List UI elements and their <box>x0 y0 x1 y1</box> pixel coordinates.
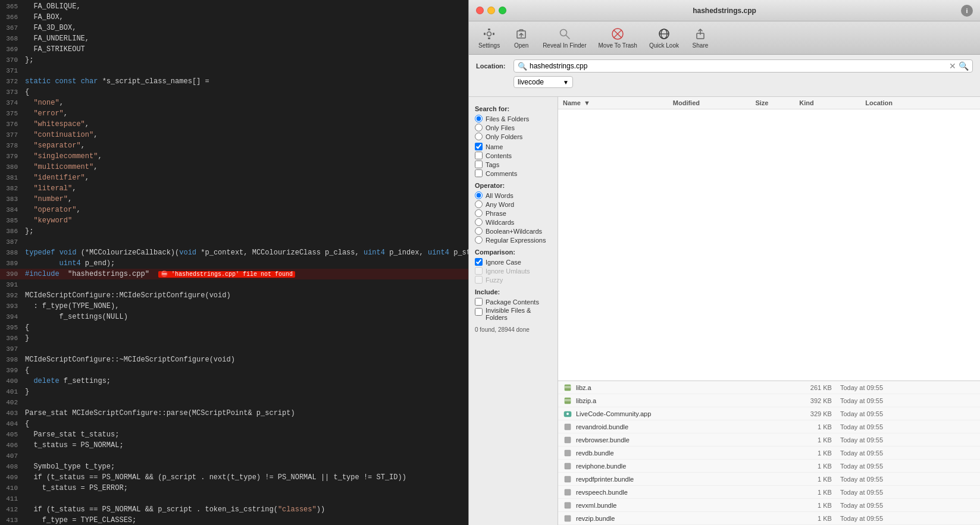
toolbar: Settings Open Reveal In Finder <box>469 21 980 55</box>
comparison-title: Comparison: <box>475 249 552 256</box>
minimize-button[interactable] <box>487 7 495 14</box>
move-to-trash-button[interactable]: Move To Trash <box>594 24 642 51</box>
line-number: 411 <box>0 493 23 504</box>
code-line: 367 FA_3D_BOX, <box>0 23 468 33</box>
line-number: 386 <box>0 226 23 237</box>
maximize-button[interactable] <box>499 7 506 14</box>
close-button[interactable] <box>476 7 484 14</box>
filter-wildcards[interactable]: Wildcards <box>475 218 552 226</box>
col-header-kind[interactable]: Kind <box>799 99 865 106</box>
file-date: Today at 09:55 <box>840 436 975 444</box>
finder-window: hashedstrings.cpp i Settings <box>468 0 980 525</box>
reveal-icon <box>558 27 572 41</box>
search-go-icon[interactable]: 🔍 <box>959 61 969 71</box>
filter-files-folders[interactable]: Files & Folders <box>475 115 552 122</box>
list-item[interactable]: libzip.a392 KBToday at 09:55 <box>558 394 980 407</box>
list-item[interactable]: reviphone.bundle1 KBToday at 09:55 <box>558 460 980 473</box>
list-item[interactable]: LiveCode-Community.app329 KBToday at 09:… <box>558 407 980 420</box>
filter-phrase[interactable]: Phrase <box>475 209 552 217</box>
list-item[interactable]: revspeech.bundle1 KBToday at 09:55 <box>558 486 980 499</box>
file-date: Today at 09:55 <box>840 463 975 470</box>
col-header-modified[interactable]: Modified <box>673 99 756 106</box>
code-line: 390#include "hashedstrings.cpp" ⛔ 'hashe… <box>0 269 468 279</box>
line-content: t_status = PS_NORMAL; <box>23 440 468 451</box>
results-header: Name ▼ Modified Size Kind Location <box>558 97 980 109</box>
line-number: 385 <box>0 215 23 226</box>
code-line: 397 <box>0 344 468 354</box>
code-line: 377 "continuation", <box>0 130 468 140</box>
list-item[interactable]: revzip.bundle1 KBToday at 09:55 <box>558 512 980 525</box>
file-size: 261 KB <box>760 384 837 391</box>
code-line: 382 "literal", <box>0 183 468 194</box>
code-line: 405 Parse_stat t_status; <box>0 429 468 440</box>
filter-comments[interactable]: Comments <box>475 169 552 177</box>
filter-only-folders[interactable]: Only Folders <box>475 133 552 140</box>
list-item[interactable]: revbrowser.bundle1 KBToday at 09:55 <box>558 433 980 447</box>
code-line: 403Parse_stat MCIdeScriptConfigure::pars… <box>0 408 468 419</box>
line-number: 372 <box>0 76 23 87</box>
boolean-wildcards-label: Boolean+Wildcards <box>486 228 542 235</box>
filter-boolean-wildcards[interactable]: Boolean+Wildcards <box>475 227 552 235</box>
filter-package-contents[interactable]: Package Contents <box>475 298 552 306</box>
filter-name[interactable]: Name <box>475 143 552 150</box>
list-item[interactable]: revandroid.bundle1 KBToday at 09:55 <box>558 420 980 433</box>
file-icon <box>563 448 572 458</box>
svg-rect-23 <box>565 424 571 430</box>
line-content: static const char *s_script_class_names[… <box>23 76 468 87</box>
reveal-in-finder-button[interactable]: Reveal In Finder <box>538 24 591 51</box>
filter-all-words[interactable]: All Words <box>475 191 552 199</box>
chevron-down-icon: ▼ <box>563 79 569 86</box>
list-item[interactable]: revdb.bundle1 KBToday at 09:55 <box>558 447 980 460</box>
list-item[interactable]: revxml.bundle1 KBToday at 09:55 <box>558 499 980 512</box>
list-item[interactable]: libz.a261 KBToday at 09:55 <box>558 381 980 394</box>
file-size: 1 KB <box>760 515 837 522</box>
line-content: FA_BOX, <box>23 12 468 23</box>
line-content: "multicomment", <box>23 162 468 172</box>
settings-button[interactable]: Settings <box>474 24 505 51</box>
code-line: 376 "whitespace", <box>0 119 468 130</box>
line-content: "continuation", <box>23 130 468 140</box>
filter-tags[interactable]: Tags <box>475 161 552 168</box>
code-line: 366 FA_BOX, <box>0 12 468 23</box>
filter-ignore-case[interactable]: Ignore Case <box>475 258 552 266</box>
col-header-location[interactable]: Location <box>865 99 975 106</box>
filter-invisible-files[interactable]: Invisible Files & Folders <box>475 307 552 321</box>
line-content: #include "hashedstrings.cpp" ⛔ 'hashedst… <box>23 269 468 279</box>
code-line: 400 delete f_settings; <box>0 376 468 386</box>
line-content: { <box>23 322 468 333</box>
line-content: { <box>23 419 468 429</box>
search-panel: Location: 🔍 ✕ 🔍 livecode ▼ <box>469 55 980 97</box>
line-number: 389 <box>0 258 23 269</box>
search-input[interactable] <box>530 62 947 70</box>
list-item[interactable]: revpdfprinter.bundle1 KBToday at 09:55 <box>558 473 980 486</box>
code-line: 408 Symbol_type t_type; <box>0 461 468 472</box>
code-line: 374 "none", <box>0 98 468 108</box>
info-button[interactable]: i <box>961 5 973 17</box>
line-number: 365 <box>0 1 23 12</box>
line-content <box>23 279 468 290</box>
filter-regular-expressions[interactable]: Regular Expressions <box>475 236 552 244</box>
line-number: 388 <box>0 247 23 258</box>
file-name: revpdfprinter.bundle <box>576 476 756 483</box>
code-line: 380 "multicomment", <box>0 162 468 172</box>
line-number: 369 <box>0 44 23 55</box>
location-dropdown[interactable]: livecode ▼ <box>514 76 573 88</box>
line-number: 400 <box>0 376 23 386</box>
quick-look-button[interactable]: Quick Look <box>644 24 684 51</box>
line-content: Symbol_type t_type; <box>23 461 468 472</box>
location-label: Location: <box>476 62 509 70</box>
search-clear-icon[interactable]: ✕ <box>949 61 956 71</box>
col-header-size[interactable]: Size <box>755 99 799 106</box>
open-button[interactable]: Open <box>507 24 536 51</box>
share-button[interactable]: Share <box>686 24 715 51</box>
file-size: 1 KB <box>760 476 837 483</box>
filter-any-word[interactable]: Any Word <box>475 200 552 208</box>
code-line: 381 "identifier", <box>0 172 468 183</box>
col-header-name[interactable]: Name ▼ <box>563 99 673 106</box>
file-date: Today at 09:55 <box>840 476 975 483</box>
filter-only-files[interactable]: Only Files <box>475 124 552 131</box>
filter-contents[interactable]: Contents <box>475 152 552 159</box>
file-date: Today at 09:55 <box>840 384 975 391</box>
status-text: 0 found, 28944 done <box>475 326 552 334</box>
line-number: 402 <box>0 397 23 408</box>
